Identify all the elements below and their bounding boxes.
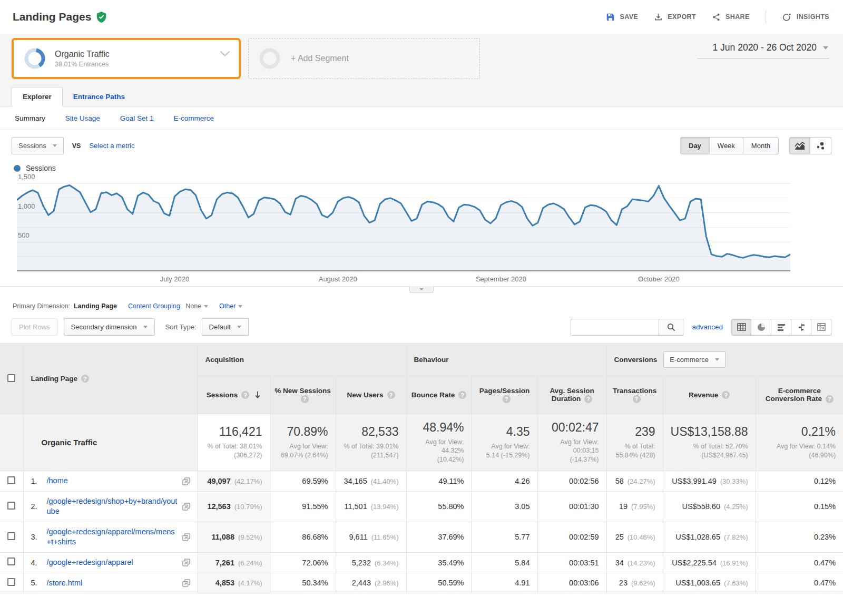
metric-value: 69.59%	[302, 477, 328, 485]
primary-dimension-value[interactable]: Landing Page	[74, 302, 117, 310]
open-page-icon[interactable]	[182, 477, 190, 485]
help-icon[interactable]: ?	[387, 391, 395, 399]
granularity-month-button[interactable]: Month	[743, 137, 779, 154]
landing-page-link[interactable]: /store.html	[47, 578, 178, 589]
sessions-line-chart[interactable]: 5001,0001,500	[17, 178, 790, 271]
column-header-transactions[interactable]: Transactions?	[606, 376, 663, 414]
collapse-chart-button[interactable]	[409, 286, 434, 293]
chevron-down-icon[interactable]	[220, 51, 230, 56]
metric-cell: 9,611(11.65%)	[336, 522, 406, 552]
granularity-week-button[interactable]: Week	[710, 137, 743, 154]
granularity-toggle: DayWeekMonth	[680, 137, 779, 154]
plot-rows-button[interactable]: Plot Rows	[12, 318, 57, 336]
landing-page-link[interactable]: /google+redesign/shop+by+brand/youtube	[47, 496, 178, 517]
summary-metric-cell: 48.94%Avg for View: 44.32% (10.42%)	[406, 414, 472, 471]
help-icon[interactable]: ?	[826, 395, 834, 403]
comparison-icon	[797, 324, 806, 331]
report-tab-bar: Explorer Entrance Paths	[0, 86, 843, 106]
column-header-bounce-rate[interactable]: Bounce Rate?	[406, 376, 472, 414]
row-checkbox[interactable]	[7, 502, 15, 510]
line-chart-view-button[interactable]	[789, 137, 810, 154]
add-segment-button[interactable]: + Add Segment	[248, 38, 480, 79]
export-button[interactable]: EXPORT	[654, 13, 696, 22]
content-grouping-value[interactable]: None	[185, 302, 208, 310]
landing-page-inner: 4./google+redesign/apparel	[31, 558, 190, 568]
motion-chart-view-button[interactable]	[810, 137, 831, 154]
open-page-icon[interactable]	[182, 533, 190, 541]
open-page-icon[interactable]	[182, 579, 190, 587]
metric-percent: (7.82%)	[724, 533, 748, 541]
x-axis-tick: August 2020	[319, 275, 357, 283]
subnav-item-goal-set-1[interactable]: Goal Set 1	[120, 114, 154, 122]
sort-type-dropdown[interactable]: Default	[202, 318, 249, 336]
help-icon[interactable]: ?	[458, 391, 466, 399]
help-icon[interactable]: ?	[241, 391, 249, 399]
save-button[interactable]: SAVE	[606, 13, 638, 22]
open-page-icon[interactable]	[182, 559, 190, 566]
metric-value: 12,563	[207, 502, 230, 511]
share-button[interactable]: SHARE	[712, 13, 750, 22]
content-grouping-link[interactable]: Content Grouping:	[128, 302, 182, 310]
column-header--new-sessions[interactable]: % New Sessions?	[270, 376, 336, 414]
advanced-search-link[interactable]: advanced	[692, 323, 723, 331]
tab-explorer[interactable]: Explorer	[12, 87, 63, 106]
help-icon[interactable]: ?	[81, 375, 89, 383]
metric-cell: 7,261(6.24%)	[198, 553, 270, 573]
column-header-sessions[interactable]: Sessions?	[198, 376, 270, 414]
column-header-pages-session[interactable]: Pages/Session?	[472, 376, 537, 414]
y-axis-tick: 1,000	[18, 202, 35, 210]
row-checkbox[interactable]	[7, 578, 15, 586]
metric-cell: 69.59%	[270, 471, 336, 492]
x-axis-tick: October 2020	[638, 275, 680, 283]
table-search-input[interactable]	[571, 319, 659, 336]
active-segment-card[interactable]: Organic Traffic 38.01% Entrances	[12, 38, 241, 79]
column-header-new-users[interactable]: New Users?	[336, 376, 406, 414]
row-checkbox[interactable]	[7, 532, 15, 540]
landing-page-link[interactable]: /home	[47, 476, 178, 486]
select-all-checkbox[interactable]	[7, 374, 15, 382]
column-header-avg-session-duration[interactable]: Avg. Session Duration?	[537, 376, 606, 414]
metric-value: 11,501	[344, 502, 367, 511]
landing-page-link[interactable]: /google+redesign/apparel/mens/mens+t+shi…	[47, 527, 178, 547]
conversion-type-dropdown[interactable]: E-commerce	[663, 351, 726, 368]
landing-page-inner: 3./google+redesign/apparel/mens/mens+t+s…	[31, 527, 190, 547]
landing-page-link[interactable]: /google+redesign/apparel	[47, 558, 178, 568]
help-icon[interactable]: ?	[584, 395, 592, 403]
help-icon[interactable]: ?	[722, 391, 730, 399]
percentage-view-button[interactable]	[751, 319, 771, 336]
summary-metric-value: 70.89%	[278, 425, 328, 439]
tab-entrance-paths[interactable]: Entrance Paths	[63, 87, 135, 106]
help-icon[interactable]: ?	[503, 395, 511, 403]
open-page-icon[interactable]	[182, 503, 190, 511]
insights-button[interactable]: INSIGHTS	[782, 12, 829, 22]
subnav-item-site-usage[interactable]: Site Usage	[65, 114, 100, 122]
pivot-view-button[interactable]	[811, 319, 831, 336]
select-a-metric-link[interactable]: Select a metric	[89, 142, 134, 150]
granularity-day-button[interactable]: Day	[680, 137, 710, 154]
metric-value: US$558.60	[682, 502, 720, 511]
subnav-item-summary[interactable]: Summary	[15, 114, 45, 122]
metric-percent: (9.52%)	[238, 533, 262, 541]
search-button[interactable]	[659, 319, 683, 336]
column-header-revenue[interactable]: Revenue?	[663, 376, 756, 414]
landing-page-column-header[interactable]: Landing Page?	[23, 344, 198, 414]
metric-selector-dropdown[interactable]: Sessions	[12, 137, 64, 154]
secondary-dimension-dropdown[interactable]: Secondary dimension	[64, 318, 155, 336]
summary-metric-subtext: Avg for View: 00:03:15 (-14.37%)	[545, 438, 599, 465]
data-table-view-button[interactable]	[731, 319, 751, 336]
column-header-label: Pages/Session	[479, 387, 530, 395]
metric-percent: (6.34%)	[375, 559, 399, 567]
conversion-type-caret-icon	[715, 358, 719, 361]
performance-view-button[interactable]	[771, 319, 791, 336]
help-icon[interactable]: ?	[301, 395, 309, 403]
subnav-item-e-commerce[interactable]: E-commerce	[174, 114, 214, 122]
table-body: Organic Traffic116,421% of Total: 38.01%…	[0, 414, 843, 593]
other-dimension-dropdown[interactable]: Other	[219, 302, 242, 310]
row-checkbox[interactable]	[7, 558, 15, 565]
date-range-selector[interactable]: 1 Jun 2020 - 26 Oct 2020	[697, 41, 830, 59]
summary-metric-value: 00:02:47	[545, 421, 599, 435]
help-icon[interactable]: ?	[633, 395, 641, 403]
comparison-view-button[interactable]	[791, 319, 811, 336]
row-checkbox[interactable]	[7, 476, 15, 484]
column-header-e-commerce-conversion-rate[interactable]: E-commerce Conversion Rate?	[756, 376, 843, 414]
